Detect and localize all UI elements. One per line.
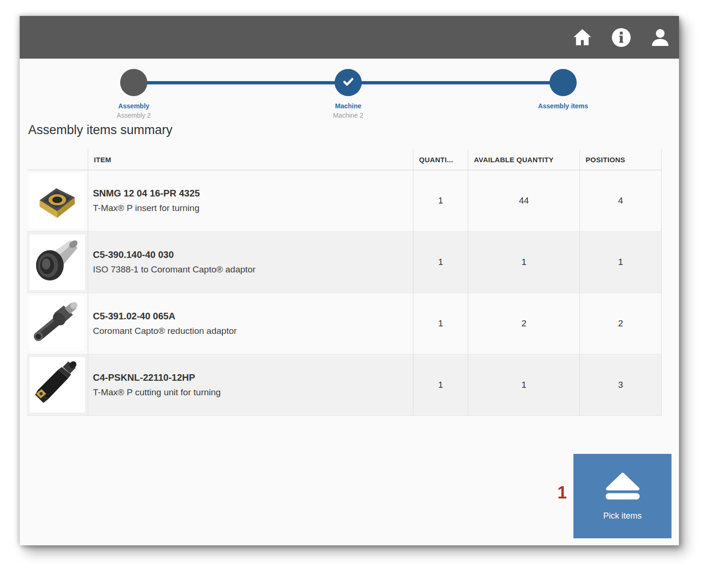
step-machine: Machine Machine 2	[297, 69, 400, 119]
step-assembly-dot[interactable]	[120, 69, 147, 96]
table-row: C4-PSKNL-22110-12HP T-Max® P cutting uni…	[27, 354, 662, 416]
item-available-quantity: 2	[468, 293, 580, 354]
step-machine-dot[interactable]	[335, 69, 362, 96]
item-positions: 4	[580, 170, 662, 231]
item-quantity: 1	[413, 232, 468, 293]
turning-insert-image	[30, 173, 85, 228]
item-quantity: 1	[413, 170, 468, 231]
table-row: C5-390.140-40 030 ISO 7388-1 to Coromant…	[27, 232, 662, 293]
step-assembly-sublabel: Assembly 2	[82, 112, 185, 119]
page-title: Assembly items summary	[28, 123, 173, 137]
step-machine-sublabel: Machine 2	[297, 112, 400, 119]
item-positions: 3	[580, 354, 662, 415]
item-quantity: 1	[413, 354, 468, 415]
item-name: C5-391.02-40 065A	[93, 311, 413, 322]
column-quantity: QUANTI...	[413, 149, 468, 170]
iso-capto-adaptor-image	[30, 234, 85, 290]
item-description: ISO 7388-1 to Coromant Capto® adaptor	[93, 264, 413, 275]
table-row: C5-391.02-40 065A Coromant Capto® reduct…	[27, 293, 662, 354]
checkmark-icon	[341, 74, 356, 91]
item-positions: 2	[580, 293, 662, 354]
item-description: Coromant Capto® reduction adaptor	[93, 326, 413, 336]
home-icon[interactable]	[571, 26, 594, 49]
item-name: C4-PSKNL-22110-12HP	[93, 372, 413, 383]
callout-1: 1	[554, 483, 571, 503]
pick-items-button[interactable]: Pick items	[573, 454, 671, 538]
progress-stepper: Assembly Assembly 2 Machine Machine 2 As…	[20, 59, 679, 124]
item-available-quantity: 44	[468, 170, 580, 231]
column-image	[27, 149, 88, 170]
step-assembly-items-label: Assembly items	[511, 102, 615, 110]
cutting-unit-image	[30, 357, 85, 413]
items-table: ITEM QUANTI... AVAILABLE QUANTITY POSITI…	[27, 149, 662, 416]
column-positions: POSITIONS	[580, 149, 662, 170]
item-positions: 1	[580, 232, 662, 293]
step-machine-label: Machine	[297, 102, 400, 110]
reduction-adaptor-image	[30, 296, 85, 351]
item-description: T-Max® P insert for turning	[93, 203, 413, 213]
step-assembly-items: Assembly items	[511, 69, 615, 112]
column-item: ITEM	[88, 149, 413, 170]
eject-icon	[603, 472, 643, 501]
table-header: ITEM QUANTI... AVAILABLE QUANTITY POSITI…	[27, 149, 662, 170]
step-assembly-label: Assembly	[82, 102, 185, 110]
table-row: SNMG 12 04 16-PR 4325 T-Max® P insert fo…	[27, 170, 662, 232]
pick-items-label: Pick items	[603, 511, 641, 521]
item-description: T-Max® P cutting unit for turning	[93, 387, 413, 398]
column-available-quantity: AVAILABLE QUANTITY	[468, 149, 580, 170]
item-available-quantity: 1	[468, 232, 580, 293]
top-bar	[20, 16, 679, 59]
user-icon[interactable]	[649, 26, 671, 49]
item-quantity: 1	[413, 293, 468, 354]
app-window: Assembly Assembly 2 Machine Machine 2 As…	[20, 16, 679, 545]
item-name: C5-390.140-40 030	[93, 249, 413, 260]
step-assembly-items-dot[interactable]	[549, 69, 577, 96]
item-name: SNMG 12 04 16-PR 4325	[93, 188, 413, 199]
item-available-quantity: 1	[468, 354, 580, 415]
info-icon[interactable]	[610, 26, 633, 49]
step-assembly: Assembly Assembly 2	[82, 69, 185, 119]
